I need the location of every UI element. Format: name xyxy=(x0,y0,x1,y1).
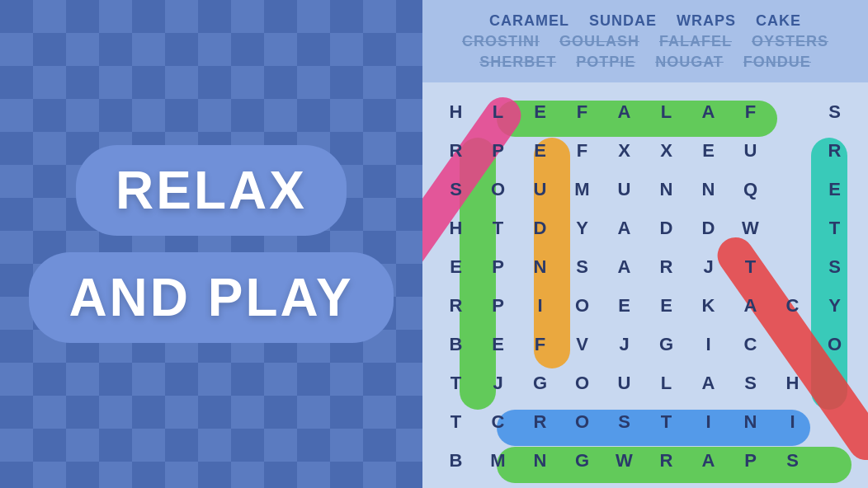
cell-7-7[interactable]: S xyxy=(729,364,771,402)
cell-4-6[interactable]: J xyxy=(687,247,729,286)
cell-3-8[interactable] xyxy=(771,209,814,247)
cell-2-5[interactable]: N xyxy=(645,170,687,209)
cell-7-2[interactable]: G xyxy=(519,364,561,402)
cell-4-1[interactable]: P xyxy=(477,247,519,286)
cell-8-5[interactable]: T xyxy=(645,402,687,441)
cell-1-1[interactable]: P xyxy=(477,131,519,170)
cell-1-8[interactable] xyxy=(771,131,814,170)
cell-5-0[interactable]: R xyxy=(435,286,477,325)
cell-2-3[interactable]: M xyxy=(561,170,603,209)
cell-5-7[interactable]: A xyxy=(729,286,771,325)
cell-8-2[interactable]: R xyxy=(519,402,561,441)
cell-3-1[interactable]: T xyxy=(477,209,519,247)
cell-0-3[interactable]: F xyxy=(561,92,603,131)
cell-2-1[interactable]: O xyxy=(477,170,519,209)
cell-7-9[interactable] xyxy=(814,364,856,402)
cell-2-8[interactable] xyxy=(771,170,814,209)
cell-7-1[interactable]: J xyxy=(477,364,519,402)
word-search-grid[interactable]: H L E F A L A F S R P E F X X E U R S O … xyxy=(435,92,856,480)
cell-4-2[interactable]: N xyxy=(519,247,561,286)
cell-3-6[interactable]: D xyxy=(687,209,729,247)
cell-6-3[interactable]: V xyxy=(561,325,603,364)
cell-5-3[interactable]: O xyxy=(561,286,603,325)
cell-9-1[interactable]: M xyxy=(477,441,519,480)
cell-1-7[interactable]: U xyxy=(729,131,771,170)
cell-2-9[interactable]: E xyxy=(814,170,856,209)
cell-2-6[interactable]: N xyxy=(687,170,729,209)
cell-9-2[interactable]: N xyxy=(519,441,561,480)
cell-9-6[interactable]: A xyxy=(687,441,729,480)
cell-3-7[interactable]: W xyxy=(729,209,771,247)
cell-5-5[interactable]: E xyxy=(645,286,687,325)
cell-8-0[interactable]: T xyxy=(435,402,477,441)
cell-0-1[interactable]: L xyxy=(477,92,519,131)
cell-8-6[interactable]: I xyxy=(687,402,729,441)
cell-0-8[interactable] xyxy=(771,92,814,131)
cell-4-8[interactable] xyxy=(771,247,814,286)
cell-9-9[interactable] xyxy=(814,441,856,480)
cell-6-6[interactable]: I xyxy=(687,325,729,364)
cell-9-7[interactable]: P xyxy=(729,441,771,480)
cell-3-0[interactable]: H xyxy=(435,209,477,247)
cell-5-6[interactable]: K xyxy=(687,286,729,325)
cell-3-5[interactable]: D xyxy=(645,209,687,247)
cell-1-4[interactable]: X xyxy=(603,131,645,170)
cell-3-3[interactable]: Y xyxy=(561,209,603,247)
cell-5-4[interactable]: E xyxy=(603,286,645,325)
cell-3-9[interactable]: T xyxy=(814,209,856,247)
cell-4-0[interactable]: E xyxy=(435,247,477,286)
cell-0-2[interactable]: E xyxy=(519,92,561,131)
cell-4-4[interactable]: A xyxy=(603,247,645,286)
cell-6-2[interactable]: F xyxy=(519,325,561,364)
cell-5-8[interactable]: C xyxy=(771,286,814,325)
cell-0-7[interactable]: F xyxy=(729,92,771,131)
cell-6-9[interactable]: O xyxy=(814,325,856,364)
cell-8-3[interactable]: O xyxy=(561,402,603,441)
cell-6-1[interactable]: E xyxy=(477,325,519,364)
cell-1-5[interactable]: X xyxy=(645,131,687,170)
cell-7-8[interactable]: H xyxy=(771,364,814,402)
cell-8-9[interactable] xyxy=(814,402,856,441)
cell-9-5[interactable]: R xyxy=(645,441,687,480)
cell-9-3[interactable]: G xyxy=(561,441,603,480)
cell-9-4[interactable]: W xyxy=(603,441,645,480)
cell-7-5[interactable]: L xyxy=(645,364,687,402)
cell-6-5[interactable]: G xyxy=(645,325,687,364)
cell-9-0[interactable]: B xyxy=(435,441,477,480)
cell-8-1[interactable]: C xyxy=(477,402,519,441)
cell-5-1[interactable]: P xyxy=(477,286,519,325)
cell-0-5[interactable]: L xyxy=(645,92,687,131)
cell-1-2[interactable]: E xyxy=(519,131,561,170)
cell-6-0[interactable]: B xyxy=(435,325,477,364)
cell-4-7[interactable]: T xyxy=(729,247,771,286)
cell-4-3[interactable]: S xyxy=(561,247,603,286)
cell-7-0[interactable]: T xyxy=(435,364,477,402)
cell-0-6[interactable]: A xyxy=(687,92,729,131)
cell-8-4[interactable]: S xyxy=(603,402,645,441)
cell-5-2[interactable]: I xyxy=(519,286,561,325)
cell-0-9[interactable]: S xyxy=(814,92,856,131)
cell-2-2[interactable]: U xyxy=(519,170,561,209)
cell-3-2[interactable]: D xyxy=(519,209,561,247)
cell-1-6[interactable]: E xyxy=(687,131,729,170)
cell-2-4[interactable]: U xyxy=(603,170,645,209)
cell-5-9[interactable]: Y xyxy=(814,286,856,325)
cell-3-4[interactable]: A xyxy=(603,209,645,247)
cell-2-0[interactable]: S xyxy=(435,170,477,209)
cell-7-6[interactable]: A xyxy=(687,364,729,402)
cell-7-4[interactable]: U xyxy=(603,364,645,402)
cell-1-9[interactable]: R xyxy=(814,131,856,170)
cell-2-7[interactable]: Q xyxy=(729,170,771,209)
cell-6-7[interactable]: C xyxy=(729,325,771,364)
cell-4-5[interactable]: R xyxy=(645,247,687,286)
cell-0-4[interactable]: A xyxy=(603,92,645,131)
cell-6-8[interactable] xyxy=(771,325,814,364)
cell-8-7[interactable]: N xyxy=(729,402,771,441)
cell-1-3[interactable]: F xyxy=(561,131,603,170)
cell-6-4[interactable]: J xyxy=(603,325,645,364)
cell-4-9[interactable]: S xyxy=(814,247,856,286)
cell-0-0[interactable]: H xyxy=(435,92,477,131)
cell-8-8[interactable]: I xyxy=(771,402,814,441)
cell-7-3[interactable]: O xyxy=(561,364,603,402)
cell-1-0[interactable]: R xyxy=(435,131,477,170)
